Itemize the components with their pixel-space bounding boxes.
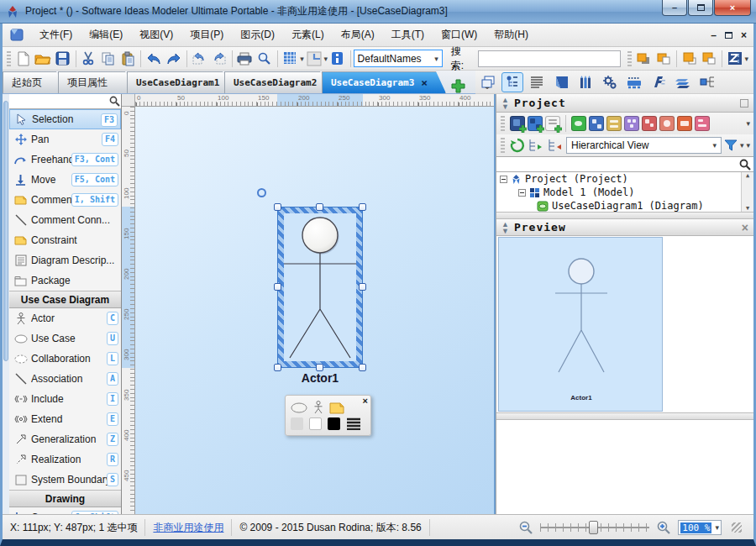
mdi-restore-button[interactable]: [725, 32, 732, 39]
collapse-box-icon[interactable]: [518, 189, 526, 197]
zoom-slider[interactable]: [540, 520, 649, 535]
print-button[interactable]: [235, 49, 255, 69]
z-order-button[interactable]: [725, 49, 745, 69]
add-model-button[interactable]: [528, 116, 543, 131]
search-input[interactable]: [478, 50, 621, 67]
actor-shape[interactable]: [284, 213, 356, 361]
palette-item-use-case[interactable]: Use Case U: [9, 328, 121, 349]
color-swatch-white[interactable]: [309, 417, 322, 430]
list-panel-button[interactable]: [526, 72, 548, 92]
menu-tools[interactable]: 工具(T): [383, 24, 433, 45]
open-button[interactable]: [33, 49, 53, 69]
scroll-down-icon[interactable]: ▼: [746, 205, 749, 212]
use-case-diagram-button[interactable]: [571, 116, 586, 131]
bring-to-front-button[interactable]: [634, 49, 654, 69]
tree-scrollbar[interactable]: ▲ ▼: [741, 172, 753, 212]
menu-diagram[interactable]: 图示(D): [232, 24, 283, 45]
menu-view[interactable]: 视图(V): [131, 24, 181, 45]
copy-button[interactable]: [98, 49, 118, 69]
close-icon[interactable]: ×: [363, 396, 368, 406]
comment-tool-icon[interactable]: [329, 402, 344, 414]
resize-handle-se[interactable]: [359, 364, 366, 371]
add-project-button[interactable]: [510, 116, 525, 131]
resize-handle-w[interactable]: [274, 283, 281, 291]
menu-layout[interactable]: 布局(A): [333, 24, 383, 45]
palette-item-extend[interactable]: Extend E: [9, 409, 121, 429]
palette-item-selection[interactable]: Selection F3: [9, 109, 121, 129]
color-swatch-black[interactable]: [328, 417, 340, 430]
tab-start-page[interactable]: 起始页: [3, 71, 66, 93]
use-case-tool-icon[interactable]: [291, 402, 307, 413]
palette-item-diagram-description[interactable]: Diagram Descrip...: [9, 250, 121, 270]
state-diagram-button[interactable]: [642, 116, 657, 131]
sequence-diagram-button[interactable]: [624, 116, 639, 131]
project-panel-header[interactable]: ▲▼ Project: [496, 94, 753, 113]
resize-handle-ne[interactable]: [359, 203, 366, 211]
collapse-expand-icon[interactable]: ▲▼: [501, 97, 509, 110]
zoom-in-button[interactable]: [656, 520, 671, 535]
keyboard-panel-button[interactable]: [623, 72, 645, 92]
pin-icon[interactable]: [740, 99, 748, 108]
toolbar-overflow-arrow[interactable]: ▾: [746, 141, 750, 150]
tab-usecasediagram1[interactable]: UseCaseDiagram1: [127, 71, 233, 93]
panel-splitter[interactable]: [496, 212, 753, 219]
close-preview-icon[interactable]: ×: [742, 221, 748, 234]
resize-handle-sw[interactable]: [274, 364, 281, 371]
panel-splitter[interactable]: [496, 412, 753, 420]
palette-item-connector[interactable]: Conne C, Shift: [9, 507, 121, 514]
palette-item-move[interactable]: Move F5, Cont: [9, 170, 121, 190]
menu-element[interactable]: 元素(L): [283, 24, 333, 45]
redo-history-button[interactable]: [209, 49, 229, 69]
fonts-panel-button[interactable]: [648, 72, 669, 92]
filter-button[interactable]: [724, 139, 738, 152]
palette-item-system-boundary[interactable]: System Boundary S: [9, 470, 121, 490]
menu-project[interactable]: 项目(P): [181, 24, 232, 45]
palette-item-association[interactable]: Association A: [9, 369, 121, 389]
menu-edit[interactable]: 编辑(E): [81, 24, 131, 45]
tree-row-model[interactable]: Model 1 (Model): [496, 186, 753, 199]
send-to-back-button[interactable]: [654, 49, 674, 69]
float-panels-button[interactable]: [477, 72, 499, 92]
palette-item-realization[interactable]: Realization R: [9, 449, 121, 470]
styles-panel-button[interactable]: [550, 72, 572, 92]
undo-button[interactable]: [144, 49, 164, 69]
palette-item-constraint[interactable]: Constraint: [9, 230, 121, 250]
redo-button[interactable]: [164, 49, 184, 69]
new-button[interactable]: [13, 49, 34, 69]
collapse-expand-icon[interactable]: ▲▼: [501, 221, 509, 234]
tree-row-project[interactable]: Project (Project): [496, 172, 753, 186]
tree-filter-input[interactable]: [496, 158, 738, 171]
palette-item-comment-connector[interactable]: Comment Conn...: [9, 210, 121, 230]
minimize-button[interactable]: –: [662, 0, 687, 16]
zoom-button[interactable]: [255, 49, 275, 69]
collapse-all-button[interactable]: [547, 138, 564, 153]
scroll-up-icon[interactable]: ▲: [746, 172, 749, 179]
rotation-handle[interactable]: [257, 188, 266, 197]
resize-handle-e[interactable]: [359, 283, 366, 291]
component-diagram-button[interactable]: [659, 116, 675, 131]
view-mode-combo[interactable]: Hierarchical View ▾: [566, 137, 722, 154]
preview-panel-header[interactable]: ▲▼ Preview ×: [496, 219, 753, 236]
class-diagram-button[interactable]: [589, 116, 604, 131]
default-names-combo[interactable]: DefaultNames ▾: [354, 50, 443, 67]
mdi-minimize-button[interactable]: –: [711, 29, 717, 41]
close-button[interactable]: ×: [714, 0, 751, 16]
line-style-icon[interactable]: [346, 417, 361, 430]
undo-history-button[interactable]: [189, 49, 209, 69]
palette-search-input[interactable]: [9, 95, 108, 108]
toolbar-overflow-arrow[interactable]: ▾: [744, 55, 748, 63]
settings-panel-button[interactable]: [599, 72, 621, 92]
refresh-button[interactable]: [510, 138, 525, 153]
tab-usecasediagram2[interactable]: UseCaseDiagram2: [224, 71, 330, 93]
tab-usecasediagram3[interactable]: UseCaseDiagram3 ×: [322, 71, 446, 93]
diagram-types-overflow-arrow[interactable]: ▾: [746, 119, 750, 128]
palette-item-comment[interactable]: Comment I, Shift: [9, 190, 121, 210]
resize-grip[interactable]: [732, 522, 742, 533]
tree-row-diagram[interactable]: UseCaseDiagram1 (Diagram): [496, 199, 753, 212]
send-backward-button[interactable]: [699, 49, 719, 69]
palette-item-pan[interactable]: Pan F4: [9, 129, 121, 150]
cut-button[interactable]: [79, 49, 99, 69]
save-button[interactable]: [53, 49, 73, 69]
menu-window[interactable]: 窗口(W): [433, 24, 486, 45]
zoom-out-button[interactable]: [518, 520, 533, 535]
